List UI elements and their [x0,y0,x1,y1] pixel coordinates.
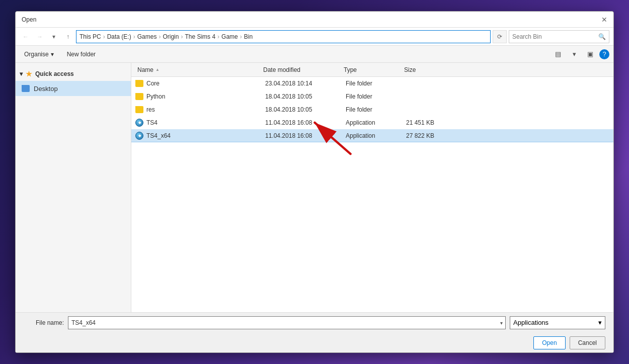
file-type-python: File folder [346,93,406,100]
bottom-bar: File name: ▾ Applications ▾ Open Cancel [16,312,613,352]
app-icon-ts4 [135,119,143,127]
up-button[interactable]: ↑ [62,31,74,43]
refresh-button[interactable]: ⟳ [493,30,507,43]
file-size-ts4: 21 451 KB [406,119,456,126]
file-row-core[interactable]: Core 23.04.2018 10:14 File folder [131,77,613,90]
col-date-label: Date modified [263,66,300,73]
sidebar: ▾ ★ Quick access Desktop [16,63,131,312]
quick-access-arrow-icon: ▾ [20,70,23,77]
dropdown-button[interactable]: ▾ [48,31,60,43]
file-name-label-res: res [146,106,155,113]
file-name-label-ts4: TS4 [146,119,158,126]
forward-button[interactable]: → [34,31,46,43]
address-bar: ← → ▾ ↑ This PC › Data (E:) › Games › Or… [16,28,613,46]
toolbar: Organise ▾ New folder ▤ ▾ ▣ ? [16,46,613,63]
organise-label: Organise [24,51,49,58]
file-size-ts4-x64: 27 822 KB [406,132,456,139]
sidebar-item-desktop[interactable]: Desktop [16,81,131,96]
folder-icon-core [135,80,143,87]
back-button[interactable]: ← [20,31,32,43]
quick-access-label: Quick access [35,70,74,77]
new-folder-button[interactable]: New folder [62,48,100,61]
folder-icon-python [135,93,143,100]
organise-arrow-icon: ▾ [51,51,54,58]
filename-input[interactable] [68,316,506,329]
close-button[interactable]: ✕ [599,15,609,25]
col-header-size[interactable]: Size [402,66,452,73]
column-headers: Name ▲ Date modified Type Size [131,63,613,77]
quick-access-header[interactable]: ▾ ★ Quick access [16,67,131,81]
file-type-ts4-x64: Application [346,132,406,139]
path-segment-5: The Sims 4 [185,33,215,40]
path-segment-3: Games [137,33,157,40]
file-type-res: File folder [346,106,406,113]
main-content: ▾ ★ Quick access Desktop Name ▲ Date mod… [16,63,613,312]
view-list-button[interactable]: ▤ [551,48,565,61]
file-date-ts4: 11.04.2018 16:08 [265,119,346,126]
file-date-python: 18.04.2018 10:05 [265,93,346,100]
dialog-title: Open [22,16,36,23]
path-segment-1: This PC [80,33,101,40]
view-list-icon: ▤ [555,50,561,58]
file-row-python[interactable]: Python 18.04.2018 10:05 File folder [131,90,613,103]
file-date-res: 18.04.2018 10:05 [265,106,346,113]
organise-button[interactable]: Organise ▾ [20,48,58,61]
file-name-ts4-x64: TS4_x64 [135,132,265,140]
file-name-label-python: Python [146,93,165,100]
toolbar-right: ▤ ▾ ▣ ? [551,48,609,61]
file-name-python: Python [135,93,265,100]
file-type-ts4: Application [346,119,406,126]
file-name-label-ts4-x64: TS4_x64 [146,132,171,139]
filename-input-wrapper: ▾ [68,316,506,329]
layout-button[interactable]: ▣ [583,48,597,61]
view-details-icon: ▾ [573,50,576,58]
path-segment-7: Bin [244,33,253,40]
open-label: Open [542,339,557,346]
bottom-buttons: Open Cancel [24,336,605,349]
file-date-ts4-x64: 11.04.2018 16:08 [265,132,346,139]
file-type-core: File folder [346,80,406,87]
col-type-label: Type [344,66,357,73]
file-row-ts4-x64[interactable]: TS4_x64 11.04.2018 16:08 Application 27 … [131,129,613,142]
open-button[interactable]: Open [533,336,565,349]
col-sort-arrow-icon: ▲ [155,67,160,72]
col-name-label: Name [137,66,153,73]
desktop-folder-icon [22,85,30,92]
file-name-ts4: TS4 [135,119,265,127]
col-header-name[interactable]: Name ▲ [135,66,261,73]
view-details-button[interactable]: ▾ [567,48,581,61]
layout-icon: ▣ [587,50,593,58]
filename-label: File name: [24,319,64,326]
cancel-button[interactable]: Cancel [570,336,605,349]
file-name-core: Core [135,80,265,87]
col-size-label: Size [404,66,416,73]
file-row-ts4[interactable]: TS4 11.04.2018 16:08 Application 21 451 … [131,116,613,129]
help-icon: ? [602,50,606,58]
file-type-select[interactable]: Applications ▾ [510,316,605,329]
search-input[interactable] [512,33,596,40]
title-bar: Open ✕ [16,12,613,28]
col-header-date[interactable]: Date modified [261,66,342,73]
file-date-core: 23.04.2018 10:14 [265,80,346,87]
col-header-type[interactable]: Type [342,66,402,73]
new-folder-label: New folder [67,51,96,58]
open-dialog: Open ✕ ← → ▾ ↑ This PC › Data (E:) › Gam… [15,11,614,353]
sidebar-item-label: Desktop [34,85,58,93]
help-button[interactable]: ? [599,49,609,59]
path-segment-6: Game [221,33,238,40]
folder-icon-res [135,106,143,113]
star-icon: ★ [26,70,32,78]
address-path[interactable]: This PC › Data (E:) › Games › Origin › T… [76,30,491,43]
path-segment-4: Origin [163,33,179,40]
app-icon-ts4-x64 [135,132,143,140]
file-row-res[interactable]: res 18.04.2018 10:05 File folder [131,103,613,116]
file-name-label-core: Core [146,80,160,87]
path-segment-2: Data (E:) [107,33,131,40]
cancel-label: Cancel [578,339,597,346]
file-name-res: res [135,106,265,113]
file-type-label: Applications [513,319,548,326]
file-type-arrow-icon: ▾ [598,319,602,326]
file-list-area: Name ▲ Date modified Type Size Core [131,63,613,312]
filename-row: File name: ▾ Applications ▾ [24,316,605,329]
search-box: 🔍 [509,30,609,43]
